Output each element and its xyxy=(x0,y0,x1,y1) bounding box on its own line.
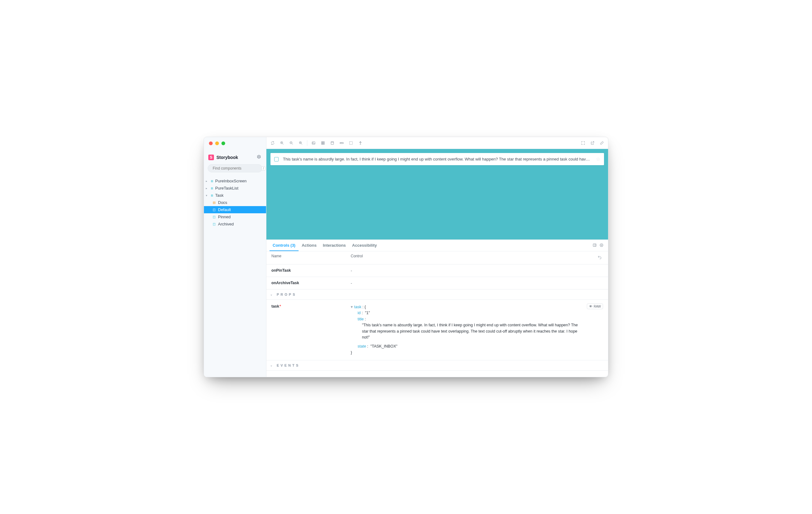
svg-rect-18 xyxy=(331,141,334,144)
viewport-button[interactable] xyxy=(329,140,336,146)
svg-rect-17 xyxy=(323,143,324,144)
caret-right-icon: ▸ xyxy=(206,187,209,190)
close-circle-icon xyxy=(599,243,604,247)
control-name: onArchiveTask xyxy=(271,281,351,285)
tree-item-label: Task xyxy=(215,193,224,198)
tab-accessibility[interactable]: Accessibility xyxy=(349,240,380,251)
header-name: Name xyxy=(271,254,351,262)
tree-item-puretasklist[interactable]: ▸ ⊞ PureTaskList xyxy=(204,184,266,192)
section-props-header[interactable]: ⌄ PROPS xyxy=(266,289,608,300)
tree-children-task: ▤ Docs ◫ Default ◫ Pinned ◫ Archived xyxy=(204,199,266,228)
close-window-button[interactable] xyxy=(209,141,213,145)
title-value[interactable]: "This task's name is absurdly large. In … xyxy=(362,323,578,339)
preview-toolbar xyxy=(266,137,608,149)
reset-controls-button[interactable] xyxy=(596,254,603,262)
sidebar-header: S Storybook xyxy=(204,149,266,164)
tree-item-label: PureInboxScreen xyxy=(215,179,246,183)
storybook-logo-icon: S xyxy=(208,154,214,160)
search-input[interactable] xyxy=(213,166,260,171)
search-shortcut-hint: / xyxy=(261,166,265,171)
accessibility-icon xyxy=(358,141,362,145)
tree-item-task[interactable]: ▾ ⊞ Task xyxy=(204,192,266,199)
accessibility-vision-button[interactable] xyxy=(357,140,364,146)
brand[interactable]: S Storybook xyxy=(208,154,238,160)
sidebar-icon xyxy=(592,243,597,247)
measure-button[interactable] xyxy=(339,140,345,146)
minimize-window-button[interactable] xyxy=(215,141,219,145)
section-events-header[interactable]: ⌄ EVENTS xyxy=(266,360,608,371)
zoom-in-button[interactable] xyxy=(279,140,285,146)
tab-interactions[interactable]: Interactions xyxy=(320,240,349,251)
search-wrapper: / xyxy=(204,164,266,175)
bookmark-icon: ◫ xyxy=(213,222,215,226)
svg-rect-26 xyxy=(593,244,596,246)
raw-toggle-button[interactable]: 👁 RAW xyxy=(587,304,603,309)
collapse-toggle-icon[interactable]: ▾ xyxy=(351,305,353,309)
svg-line-11 xyxy=(301,143,302,144)
required-indicator: * xyxy=(280,304,281,309)
control-row-onarchivetask: onArchiveTask - xyxy=(266,277,608,289)
settings-button[interactable] xyxy=(256,154,262,161)
tree-story-label: Default xyxy=(218,207,231,212)
app-window: S Storybook / ▸ ⊞ PureInboxScreen ▸ ⊞ xyxy=(204,137,608,377)
zoom-out-button[interactable] xyxy=(288,140,294,146)
remount-button[interactable] xyxy=(269,140,276,146)
tab-controls[interactable]: Controls (3) xyxy=(269,240,298,251)
copy-link-button[interactable] xyxy=(599,140,605,146)
image-icon xyxy=(311,141,316,145)
zoom-in-icon xyxy=(280,141,284,145)
close-panel-button[interactable] xyxy=(598,242,605,250)
grid-button[interactable] xyxy=(320,140,326,146)
section-label: EVENTS xyxy=(277,364,300,367)
tree-story-pinned[interactable]: ◫ Pinned xyxy=(204,213,266,221)
task-component: This task's name is absurdly large. In f… xyxy=(270,153,604,165)
control-row-onpintask: onPinTask - xyxy=(266,264,608,277)
tab-actions[interactable]: Actions xyxy=(298,240,320,251)
fullscreen-button[interactable] xyxy=(580,140,586,146)
background-button[interactable] xyxy=(311,140,317,146)
tree-story-label: Archived xyxy=(218,222,234,226)
svg-rect-15 xyxy=(323,141,324,143)
link-icon xyxy=(600,141,604,145)
svg-point-25 xyxy=(360,141,361,142)
panel-orientation-button[interactable] xyxy=(591,242,598,250)
tree-story-archived[interactable]: ◫ Archived xyxy=(204,221,266,228)
control-value: - xyxy=(351,281,603,285)
object-inspector[interactable]: ▾task : { id : "1" title : "This task's … xyxy=(351,304,603,356)
task-checkbox[interactable] xyxy=(274,157,279,162)
svg-rect-20 xyxy=(340,142,344,144)
preview-canvas: This task's name is absurdly large. In f… xyxy=(266,149,608,239)
outline-button[interactable] xyxy=(348,140,354,146)
control-row-task: task* ▾task : { id : "1" title : "This t… xyxy=(266,300,608,360)
docs-icon: ▤ xyxy=(213,201,215,204)
zoom-reset-button[interactable] xyxy=(298,140,304,146)
zoom-reset-icon xyxy=(298,141,303,145)
undo-icon xyxy=(598,255,602,259)
window-controls xyxy=(209,141,225,145)
search-input-container[interactable]: / xyxy=(208,164,262,172)
controls-header-row: Name Control xyxy=(266,251,608,264)
controls-table: Name Control onPinTask - onArchiveTask -… xyxy=(266,251,608,377)
svg-rect-24 xyxy=(349,141,352,144)
svg-point-0 xyxy=(258,156,260,158)
toolbar-separator xyxy=(307,140,307,146)
task-title: This task's name is absurdly large. In f… xyxy=(283,157,591,162)
main-panel: This task's name is absurdly large. In f… xyxy=(266,137,608,377)
component-icon: ⊞ xyxy=(211,194,213,197)
zoom-out-icon xyxy=(289,141,294,145)
maximize-window-button[interactable] xyxy=(222,141,225,145)
raw-label: RAW xyxy=(594,305,601,308)
open-in-new-button[interactable] xyxy=(589,140,596,146)
star-icon[interactable]: ☆ xyxy=(596,156,600,162)
brand-name: Storybook xyxy=(216,155,238,160)
eye-icon: 👁 xyxy=(589,305,592,308)
component-icon: ⊞ xyxy=(211,179,213,183)
outline-icon xyxy=(349,141,353,145)
bookmark-icon: ◫ xyxy=(213,208,215,211)
component-tree: ▸ ⊞ PureInboxScreen ▸ ⊞ PureTaskList ▾ ⊞… xyxy=(204,177,266,228)
tree-story-docs[interactable]: ▤ Docs xyxy=(204,199,266,206)
tree-item-pureinboxscreen[interactable]: ▸ ⊞ PureInboxScreen xyxy=(204,177,266,184)
tree-story-default[interactable]: ◫ Default xyxy=(204,206,266,213)
sidebar: S Storybook / ▸ ⊞ PureInboxScreen ▸ ⊞ xyxy=(204,137,266,377)
chevron-down-icon: ⌄ xyxy=(270,364,274,367)
